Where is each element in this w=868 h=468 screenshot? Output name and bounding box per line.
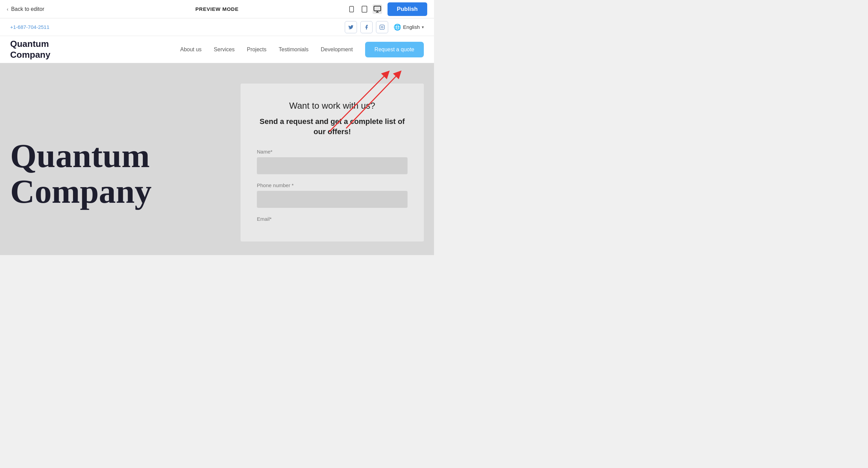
instagram-icon[interactable] — [376, 21, 388, 33]
lang-chevron-icon: ▾ — [422, 25, 424, 30]
nav-development[interactable]: Development — [321, 47, 353, 53]
svg-rect-4 — [374, 6, 381, 11]
top-bar: ‹ Back to editor PREVIEW MODE — [0, 0, 434, 18]
email-label: Email* — [257, 216, 408, 222]
hero-left: Quantum Company — [10, 84, 227, 209]
publish-button[interactable]: Publish — [388, 2, 427, 16]
globe-icon: 🌐 — [394, 23, 401, 31]
sub-header: +1-687-704-2511 🌐 English ▾ — [0, 18, 434, 36]
twitter-icon[interactable] — [345, 21, 357, 33]
phone-input[interactable] — [257, 191, 408, 208]
nav-services[interactable]: Services — [214, 47, 234, 53]
nav-projects[interactable]: Projects — [247, 47, 266, 53]
language-selector[interactable]: 🌐 English ▾ — [394, 23, 424, 31]
form-subtitle: Send a request and get a complete list o… — [257, 116, 408, 137]
language-label: English — [403, 24, 420, 30]
hero-section: Quantum Company Want to work with us? Se… — [0, 63, 434, 255]
svg-rect-7 — [380, 25, 384, 29]
preview-mode-label: PREVIEW MODE — [195, 6, 239, 12]
nav-links: About us Services Projects Testimonials … — [180, 42, 424, 57]
sub-header-right: 🌐 English ▾ — [345, 21, 424, 33]
back-to-editor-link[interactable]: ‹ Back to editor — [7, 6, 44, 12]
hero-title-line1: Quantum — [10, 138, 227, 174]
hero-big-title: Quantum Company — [10, 138, 227, 209]
svg-rect-2 — [362, 6, 367, 12]
name-label: Name* — [257, 149, 408, 155]
logo-line2: Company — [10, 50, 50, 60]
phone-label: Phone number * — [257, 182, 408, 188]
facebook-icon[interactable] — [360, 21, 373, 33]
tablet-view-icon[interactable] — [360, 4, 369, 14]
request-quote-button[interactable]: Request a quote — [365, 42, 424, 57]
mobile-view-icon[interactable] — [347, 4, 356, 14]
nav-testimonials[interactable]: Testimonials — [279, 47, 308, 53]
svg-rect-0 — [350, 6, 354, 12]
phone-link[interactable]: +1-687-704-2511 — [10, 24, 50, 30]
nav-bar: Quantum Company About us Services Projec… — [0, 36, 434, 63]
hero-form-panel: Want to work with us? Send a request and… — [241, 84, 424, 241]
back-to-editor-label: Back to editor — [11, 6, 44, 12]
logo-line1: Quantum — [10, 39, 50, 49]
top-bar-right: Publish — [347, 2, 427, 16]
back-chevron-icon: ‹ — [7, 6, 8, 12]
name-input[interactable] — [257, 157, 408, 174]
site-logo: Quantum Company — [10, 39, 50, 60]
form-title: Want to work with us? — [257, 101, 408, 111]
device-icons — [347, 4, 382, 14]
desktop-view-icon[interactable] — [373, 4, 382, 14]
nav-about[interactable]: About us — [180, 47, 202, 53]
hero-title-line2: Company — [10, 174, 227, 209]
